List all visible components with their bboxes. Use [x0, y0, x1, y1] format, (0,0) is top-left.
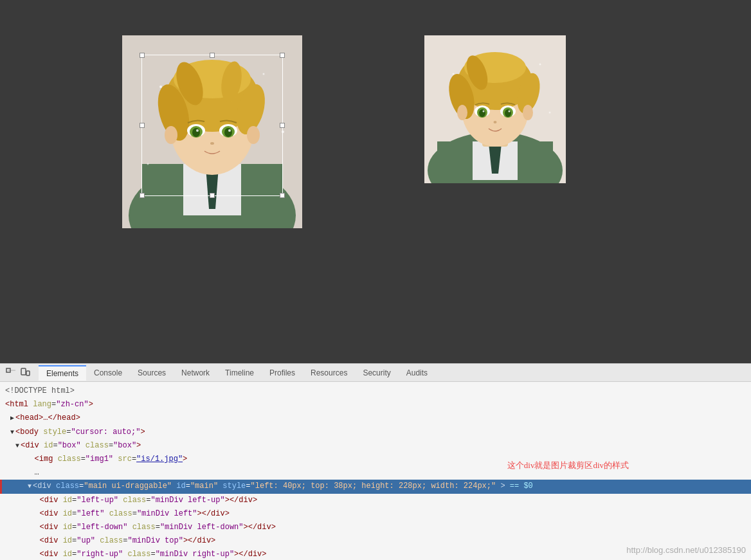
devtools-panel: Elements Console Sources Network Timelin… — [0, 363, 751, 560]
left-up-tag: <div id="left-up" class="minDiv left-up"… — [26, 494, 257, 507]
svg-point-45 — [505, 109, 511, 117]
svg-point-18 — [224, 128, 232, 137]
code-img: <img class="img1" src="is/1.jpg"> — [21, 453, 746, 466]
code-doctype: <!DOCTYPE html> — [5, 384, 746, 398]
left-down-tag: <div id="left-down" class="minDiv left-d… — [26, 521, 276, 534]
svg-point-51 — [453, 73, 455, 75]
box-tag: <div id="box" class="box"> — [21, 440, 141, 452]
main-tag: <div class="main ui-draggable" id="main"… — [33, 480, 533, 492]
tab-profiles[interactable]: Profiles — [262, 366, 303, 380]
code-left: <div id="left" class="minDiv left"></div… — [26, 507, 746, 521]
head-tag: <head>…</head> — [15, 412, 80, 424]
devtools-tabs: Elements Console Sources Network Timelin… — [39, 365, 435, 381]
devtools-toolbar: Elements Console Sources Network Timelin… — [0, 364, 751, 382]
code-body: <body style="cursor: auto;"> — [10, 426, 746, 439]
devtools-content: <!DOCTYPE html> <html lang="zh-cn"> <hea… — [0, 382, 751, 560]
box-triangle[interactable] — [15, 440, 19, 452]
svg-point-53 — [549, 112, 551, 114]
tab-elements[interactable]: Elements — [39, 365, 86, 381]
preview-image-svg — [424, 35, 566, 183]
svg-point-27 — [147, 163, 149, 165]
html-text: <html lang="zh-cn"> — [5, 399, 93, 411]
source-image-svg — [122, 35, 302, 228]
source-image — [122, 35, 302, 228]
svg-point-26 — [282, 131, 284, 133]
svg-point-50 — [523, 105, 533, 120]
code-left-down: <div id="left-down" class="minDiv left-d… — [26, 521, 746, 534]
toolbar-icons — [5, 367, 31, 379]
url-watermark: http://blog.csdn.net/u012385190 — [626, 545, 746, 555]
svg-rect-57 — [26, 371, 30, 375]
code-left-up: <div id="left-up" class="minDiv left-up"… — [26, 494, 746, 507]
up-tag: <div id="up" class="minDiv top"></div> — [26, 535, 215, 547]
tab-console[interactable]: Console — [86, 366, 130, 380]
device-icon[interactable] — [19, 367, 31, 379]
code-ellipsis: … — [21, 466, 746, 480]
ellipsis-text: … — [21, 467, 39, 479]
svg-point-23 — [247, 126, 260, 144]
right-up-tag: <div id="right-up" class="minDiv right-u… — [26, 548, 267, 560]
body-tag: <body style="cursor: auto;"> — [15, 426, 145, 438]
main-triangle[interactable] — [28, 480, 32, 492]
canvas-area — [0, 0, 751, 363]
code-html: <html lang="zh-cn"> — [5, 398, 746, 411]
svg-point-17 — [192, 128, 200, 137]
left-tag: <div id="left" class="minDiv left"></div… — [26, 508, 230, 520]
svg-point-44 — [479, 109, 485, 117]
head-triangle[interactable] — [10, 412, 14, 424]
body-triangle[interactable] — [10, 426, 14, 438]
code-div-box: <div id="box" class="box"> — [15, 439, 746, 453]
svg-point-19 — [196, 129, 199, 132]
svg-point-52 — [539, 64, 541, 66]
code-div-main[interactable]: <div class="main ui-draggable" id="main"… — [0, 480, 751, 493]
left-image-container — [122, 35, 302, 228]
svg-point-46 — [483, 111, 485, 113]
dark-area — [0, 228, 751, 363]
right-image-container — [424, 35, 566, 183]
doctype-text: <!DOCTYPE html> — [5, 385, 75, 397]
svg-point-49 — [457, 105, 467, 120]
svg-rect-56 — [21, 368, 26, 375]
tab-sources[interactable]: Sources — [130, 366, 174, 380]
tab-timeline[interactable]: Timeline — [217, 366, 262, 380]
code-head: <head>…</head> — [10, 411, 746, 425]
img-tag: <img class="img1" src="is/1.jpg"> — [21, 453, 187, 465]
tab-audits[interactable]: Audits — [399, 366, 435, 380]
tab-network[interactable]: Network — [174, 366, 217, 380]
tab-security[interactable]: Security — [355, 366, 398, 380]
svg-point-24 — [159, 86, 162, 88]
svg-point-48 — [494, 121, 497, 123]
svg-point-21 — [210, 142, 214, 145]
preview-image — [424, 35, 566, 183]
svg-point-47 — [509, 111, 511, 113]
svg-point-22 — [165, 126, 177, 144]
svg-point-25 — [263, 73, 265, 75]
tab-resources[interactable]: Resources — [303, 366, 355, 380]
inspect-icon[interactable] — [5, 367, 17, 379]
svg-point-20 — [228, 129, 231, 132]
